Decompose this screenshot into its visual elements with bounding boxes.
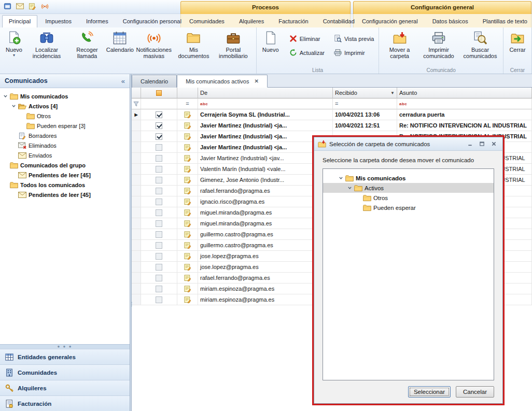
ribbon-button-notificaciones-masivas[interactable]: Notificaciones masivas [133,29,175,67]
ribbon-button-imprimir-comunicado[interactable]: Imprimir comunicado [418,29,459,67]
header-check-column[interactable] [141,88,177,98]
ribbon-tab-comunidades[interactable]: Comunidades [183,15,231,27]
chevron-down-icon[interactable] [11,103,18,109]
ribbon-tab-facturacion[interactable]: Facturación [272,15,315,27]
ribbon-tab-plantillas-de-texto[interactable]: Plantillas de texto [476,15,532,27]
row-checkbox-cell[interactable] [141,196,177,207]
row-checkbox-cell[interactable] [141,164,177,175]
ribbon-tab-configuracion-personal[interactable]: Configuración personal [116,15,188,27]
row-checkbox-cell[interactable] [141,120,177,131]
ribbon-tab-principal[interactable]: Principal [2,15,37,27]
row-checkbox-cell[interactable] [141,175,177,186]
ribbon-tab-alquileres[interactable]: Alquileres [232,15,271,27]
ribbon-button-mis-documentos[interactable]: Mis documentos [175,29,213,67]
row-checkbox[interactable] [156,286,162,292]
ribbon-tab-configuracion-general[interactable]: Configuración general [355,15,425,27]
row-checkbox[interactable] [156,209,162,216]
row-checkbox-cell[interactable] [141,284,177,294]
seleccionar-button[interactable]: Seleccionar [408,386,451,398]
ribbon-tab-datos-basicos[interactable]: Datos básicos [426,15,475,27]
row-checkbox[interactable] [156,122,162,129]
tree-node-activos[interactable]: Activos [323,183,494,193]
row-checkbox-cell[interactable] [141,229,177,240]
ribbon-button-nuevo[interactable]: Nuevo [259,29,283,67]
tree-node-otros[interactable]: Otros [0,111,130,121]
ribbon-tab-informes[interactable]: Informes [79,15,115,27]
row-checkbox[interactable] [156,220,162,227]
ribbon-button-mover-a-carpeta[interactable]: Mover a carpeta [381,29,418,67]
header-icon-column[interactable] [177,88,198,98]
filter-icon-cell[interactable]: = [177,98,198,109]
row-checkbox-cell[interactable] [141,251,177,262]
tree-node-enviados[interactable]: Enviados [0,150,130,160]
chevron-down-icon[interactable] [347,185,354,191]
row-checkbox-cell[interactable] [141,142,177,153]
table-row[interactable]: Javier Martinez (Industrial) <ja...10/04… [132,120,532,131]
row-checkbox[interactable] [156,242,162,249]
row-checkbox-cell[interactable] [141,273,177,284]
ribbon-button-portal-inmobiliario[interactable]: Portal inmobiliario [213,29,254,67]
row-checkbox[interactable] [156,166,162,173]
tree-node-pendientes-de-leer-45[interactable]: Pendientes de leer [45] [0,170,130,180]
tree-node-todos-los-comunicados[interactable]: Todos los comunicados [0,180,130,190]
filter-asunto-cell[interactable]: abc [397,98,532,109]
row-checkbox[interactable] [156,111,162,118]
select-column-icon[interactable] [156,90,162,96]
ribbon-button-buscar-comunicados[interactable]: Buscar comunicados [459,29,501,67]
row-checkbox[interactable] [156,188,162,194]
cancelar-button[interactable]: Cancelar [456,386,494,398]
ribbon-button-recoger-llamada[interactable]: Recoger llamada [67,29,107,67]
ribbon-button-calendario[interactable]: Calendario [107,29,133,67]
tree-node-mis-comunicados[interactable]: Mis comunicados [323,173,494,183]
tree-node-borradores[interactable]: Borradores [0,131,130,140]
row-checkbox-cell[interactable] [141,240,177,251]
row-checkbox-cell[interactable] [141,186,177,196]
ribbon-button-cerrar[interactable]: Cerrar [506,29,529,67]
sidebar-splitter[interactable] [130,74,132,411]
nav-item-alquileres[interactable]: Alquileres [0,380,130,395]
close-tab-icon[interactable]: ✕ [254,78,258,84]
row-checkbox-cell[interactable] [141,294,177,305]
ribbon-button-actualizar[interactable]: Actualizar [287,48,327,58]
doc-tab-calendario[interactable]: Calendario [132,75,177,88]
row-checkbox[interactable] [156,253,162,260]
ribbon-tab-impuestos[interactable]: Impuestos [38,15,78,27]
doc-tab-mis-comunicados-activos[interactable]: Mis comunicados activos✕ [177,75,268,88]
row-checkbox-cell[interactable] [141,207,177,218]
tree-node-pueden-esperar[interactable]: Pueden esperar [323,203,494,212]
tree-node-eliminados[interactable]: Eliminados [0,140,130,150]
tree-node-otros[interactable]: Otros [323,193,494,203]
row-checkbox[interactable] [156,275,162,281]
tree-node-mis-comunicados[interactable]: Mis comunicados [0,91,130,101]
table-row[interactable]: ▶Cerrajeria Soyma SL (Industrial...10/04… [132,109,532,120]
row-checkbox-cell[interactable] [141,262,177,273]
navbar-splitter[interactable]: ● ● ● [0,344,130,349]
row-checkbox-cell[interactable] [141,153,177,164]
row-checkbox[interactable] [156,177,162,183]
row-checkbox[interactable] [156,296,162,303]
header-asunto[interactable]: Asunto [397,88,532,98]
tree-node-activos-4[interactable]: Activos [4] [0,101,130,111]
tree-node-comunicados-del-grupo[interactable]: Comunicados del grupo [0,160,130,170]
row-checkbox[interactable] [156,133,162,140]
minimize-button[interactable] [465,140,475,148]
chevron-down-icon[interactable] [3,93,10,100]
header-de[interactable]: De [198,88,333,98]
tree-node-pueden-esperar-3[interactable]: Pueden esperar [3] [0,121,130,131]
nav-item-comunidades[interactable]: Comunidades [0,364,130,380]
tree-node-pendientes-de-leer-45[interactable]: Pendientes de leer [45] [0,190,130,200]
row-checkbox-cell[interactable] [141,109,177,120]
dialog-titlebar[interactable]: Selección de carpeta de comunicados [314,137,502,151]
nav-item-facturacion[interactable]: Facturación [0,395,130,411]
ribbon-tab-contabilidad[interactable]: Contabilidad [316,15,361,27]
row-checkbox-cell[interactable] [141,131,177,142]
row-checkbox[interactable] [156,264,162,271]
ribbon-button-eliminar[interactable]: Eliminar [287,34,327,44]
auto-filter-row[interactable]: = abc = abc [132,98,532,109]
maximize-button[interactable] [477,140,487,148]
filter-check-cell[interactable] [141,98,177,109]
ribbon-button-vista-previa[interactable]: Vista previa [331,34,376,44]
row-checkbox[interactable] [156,199,162,205]
filter-recibido-cell[interactable]: = [333,98,397,109]
collapse-sidebar-icon[interactable]: « [121,77,125,85]
